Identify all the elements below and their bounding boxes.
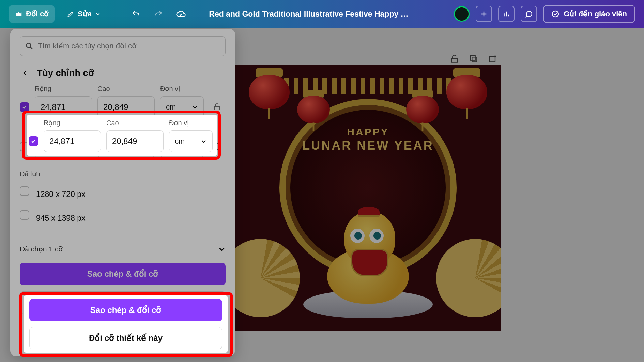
svg-rect-1 [471, 56, 475, 60]
chevron-left-icon [21, 70, 28, 76]
search-input[interactable]: Tìm kiếm các tùy chọn đổi cỡ [20, 36, 226, 56]
podium [303, 291, 433, 318]
unit-label: Đơn vị [160, 85, 204, 93]
greeting-line2: LUNAR NEW YEAR [235, 139, 501, 153]
cloud-sync-button[interactable] [173, 6, 189, 22]
saved-size-item[interactable]: 1280 x 720 px [20, 186, 226, 202]
lock-aspect-1[interactable] [211, 101, 223, 113]
resize-this-design-button-hl[interactable]: Đổi cỡ thiết kế này [29, 327, 222, 349]
fan-right [436, 239, 501, 317]
design-canvas[interactable]: HAPPY LUNAR NEW YEAR [235, 65, 501, 331]
greeting-line1: HAPPY [235, 126, 501, 138]
saved-checkbox[interactable] [20, 186, 29, 196]
chevron-down-icon [95, 11, 101, 17]
snake-character [324, 201, 412, 304]
edit-button[interactable]: Sửa [61, 5, 107, 23]
chevron-down-icon [201, 138, 207, 144]
comment-icon [525, 10, 533, 18]
fan-left [235, 239, 300, 317]
lock-open-icon [213, 103, 221, 111]
cloud-check-icon [176, 9, 186, 19]
send-to-teacher-button[interactable]: Gửi đến giáo viên [543, 5, 635, 23]
copy-and-resize-button-hl[interactable]: Sao chép & đổi cỡ [29, 299, 222, 321]
saved-checkbox[interactable] [20, 210, 29, 220]
panel-heading: Tùy chỉnh cỡ [37, 68, 94, 78]
resize-button[interactable]: Đổi cỡ [9, 5, 55, 23]
size-checkbox-1-hl[interactable] [29, 136, 38, 146]
search-icon [25, 42, 34, 50]
crown-icon [15, 10, 22, 18]
check-icon [31, 139, 36, 144]
redo-button[interactable] [150, 6, 167, 22]
size-row-1: Rộng 24,871 Cao 20,849 Đơn vị cm [20, 85, 226, 118]
check-icon [22, 104, 27, 110]
bar-chart-icon [503, 10, 510, 18]
undo-icon [132, 10, 140, 18]
saved-size-item[interactable]: 945 x 1398 px [20, 210, 226, 226]
redo-icon [154, 10, 163, 18]
svg-rect-2 [472, 57, 477, 62]
greeting-text: HAPPY LUNAR NEW YEAR [235, 126, 501, 153]
saved-size-text: 1280 x 720 px [36, 190, 86, 199]
canvas-mini-toolbar [450, 54, 497, 63]
chevron-down-icon [192, 104, 198, 110]
add-page-icon[interactable] [488, 54, 497, 63]
back-button[interactable] [20, 68, 30, 78]
pencil-icon [67, 10, 74, 18]
search-placeholder: Tìm kiếm các tùy chọn đổi cỡ [38, 42, 136, 50]
width-label: Rộng [35, 85, 92, 93]
saved-size-text: 945 x 1398 px [36, 214, 86, 223]
svg-rect-3 [490, 56, 495, 62]
lantern [294, 90, 333, 131]
resize-label: Đổi cỡ [26, 10, 48, 18]
document-title[interactable]: Red and Gold Traditional Illustrative Fe… [209, 10, 408, 19]
comment-button[interactable] [521, 6, 537, 22]
saved-label: Đã lưu [20, 170, 226, 178]
top-bar: Đổi cỡ Sửa Red and Gold Traditional Illu… [0, 0, 644, 28]
lock-open-icon[interactable] [450, 54, 459, 63]
copy-and-resize-button[interactable]: Sao chép & đổi cỡ [20, 263, 226, 285]
add-button[interactable] [476, 6, 492, 22]
duplicate-icon[interactable] [469, 54, 478, 63]
selected-summary-row[interactable]: Đã chọn 1 cỡ [20, 245, 226, 253]
medallion [279, 99, 457, 276]
check-circle-icon [551, 10, 559, 18]
lantern [443, 68, 491, 119]
highlight-surface-2: Sao chép & đổi cỡ Đổi cỡ thiết kế này [24, 295, 228, 353]
highlight-surface-1: Rộng24,871 Cao20,849 Đơn vịcm [27, 115, 217, 156]
send-label: Gửi đến giáo viên [564, 10, 627, 18]
svg-point-4 [26, 43, 31, 47]
lantern [245, 68, 293, 119]
undo-button[interactable] [128, 6, 144, 22]
insights-button[interactable] [498, 6, 515, 22]
chevron-down-icon [218, 245, 226, 253]
border-pattern [256, 78, 480, 94]
lantern [403, 90, 442, 131]
avatar[interactable] [454, 6, 470, 22]
edit-label: Sửa [78, 10, 92, 18]
selected-summary: Đã chọn 1 cỡ [20, 245, 63, 253]
plus-icon [480, 10, 488, 18]
height-label: Cao [97, 85, 155, 93]
size-checkbox-1[interactable] [20, 102, 29, 112]
